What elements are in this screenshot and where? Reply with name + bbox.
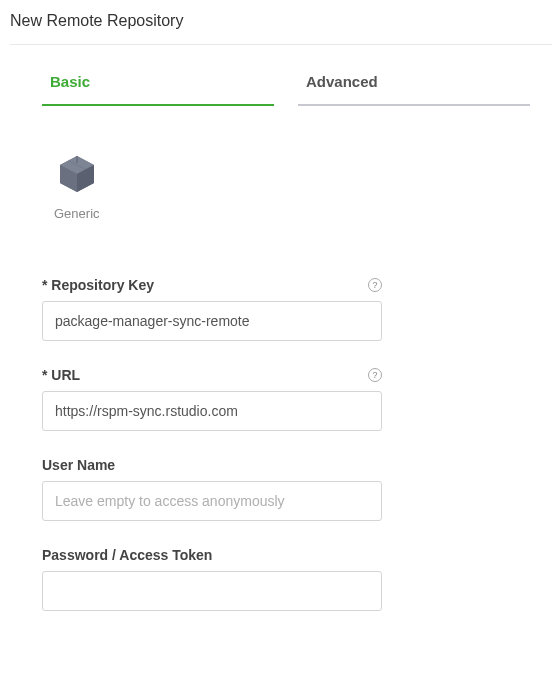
username-label: User Name [42, 457, 115, 473]
repository-key-input[interactable] [42, 301, 382, 341]
password-input[interactable] [42, 571, 382, 611]
field-username: User Name [42, 457, 542, 521]
password-label: Password / Access Token [42, 547, 212, 563]
help-icon[interactable]: ? [368, 368, 382, 382]
repo-type-label: Generic [54, 206, 100, 221]
field-password: Password / Access Token [42, 547, 542, 611]
url-input[interactable] [42, 391, 382, 431]
field-repository-key: * Repository Key ? [42, 277, 542, 341]
tabs: Basic Advanced [42, 73, 542, 106]
form-panel: Basic Advanced Generic * Repository Key … [10, 44, 552, 611]
field-url: * URL ? [42, 367, 542, 431]
page-title: New Remote Repository [0, 0, 552, 44]
url-label: * URL [42, 367, 80, 383]
cube-icon [58, 154, 96, 194]
username-input[interactable] [42, 481, 382, 521]
help-icon[interactable]: ? [368, 278, 382, 292]
tab-advanced[interactable]: Advanced [298, 73, 530, 106]
repository-key-label: * Repository Key [42, 277, 154, 293]
repo-type-generic[interactable]: Generic [54, 154, 100, 221]
tab-basic[interactable]: Basic [42, 73, 274, 106]
